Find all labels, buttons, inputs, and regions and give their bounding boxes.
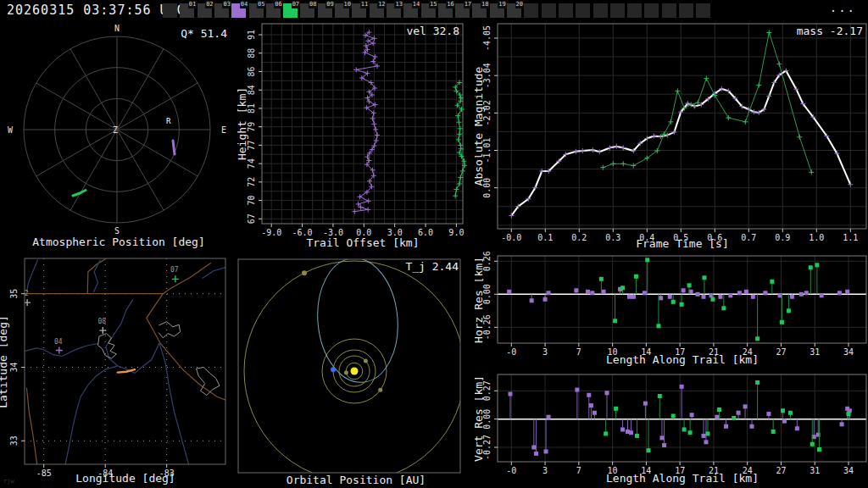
overflow-menu-button[interactable]: ... — [830, 1, 856, 14]
compass-east: E — [221, 125, 226, 135]
frame-thumbnail-blank-31[interactable] — [696, 3, 710, 18]
series-site-2 — [599, 258, 820, 341]
svg-text:91: 91 — [247, 30, 256, 40]
svg-text:1.0: 1.0 — [809, 233, 824, 242]
frame-thumbnail-blank-22[interactable] — [542, 3, 556, 18]
series-site-1 — [352, 30, 380, 214]
vert-res-plot-area: -0371014172124273134-0.270.000.27 — [482, 374, 866, 475]
horz-ylabel: Horz Res [km] — [475, 257, 485, 343]
svg-text:31: 31 — [810, 466, 820, 475]
frame-thumbnail-12[interactable]: 12 — [370, 3, 384, 18]
frame-thumbnail-07[interactable]: 07 — [283, 3, 298, 18]
map-xlabel: Longitude [deg] — [75, 472, 175, 485]
meteoroid-orbit — [313, 255, 403, 386]
panel-orbital: T_j 2.44 Orbital Position [AU] — [237, 252, 475, 488]
frame-thumbnail-16[interactable]: 16 — [438, 3, 453, 18]
svg-text:33: 33 — [9, 435, 19, 446]
horz-res-plot-area: -0371014172124273134-0.260.000.26 — [482, 252, 866, 357]
vert-ylabel: Vert Res [km] — [475, 375, 485, 462]
frame-thumbnail-blank-0[interactable] — [163, 3, 177, 18]
frame-thumbnail-blank-24[interactable] — [576, 3, 590, 18]
svg-text:-0: -0 — [506, 347, 516, 357]
svg-text:08: 08 — [97, 318, 106, 325]
planet-jupiter — [302, 270, 307, 275]
svg-text:0.3: 0.3 — [605, 233, 620, 242]
frame-thumbnail-17[interactable]: 17 — [455, 3, 470, 18]
frame-thumbnail-19[interactable]: 19 — [490, 3, 504, 18]
velocity-value: vel 32.8 — [406, 25, 459, 37]
river — [65, 366, 118, 464]
series-site-2 — [600, 30, 814, 175]
station-04: 04 — [54, 338, 63, 354]
frame-thumbnail-10[interactable]: 10 — [335, 3, 349, 18]
station-07: 07 — [170, 266, 179, 282]
vert-res-plot: -0371014172124273134-0.270.000.27 Length… — [475, 369, 868, 488]
svg-text:0.2: 0.2 — [571, 233, 587, 242]
svg-text:34: 34 — [843, 347, 854, 357]
svg-text:34: 34 — [843, 466, 854, 475]
frame-thumbnail-08[interactable]: 08 — [300, 3, 314, 18]
svg-text:88: 88 — [247, 48, 256, 58]
map-features: 2040708 — [24, 258, 228, 465]
magnitude-plot: -0.00.10.20.30.40.50.60.70.91.01.10.00-1… — [475, 20, 868, 252]
trail-xlabel: Trail Offset [km] — [306, 236, 419, 249]
planet-earth — [331, 367, 336, 372]
svg-text:-4.05: -4.05 — [482, 25, 492, 51]
frame-thumbnail-blank-23[interactable] — [559, 3, 573, 18]
panel-map: 2040708-85-84-83333435 Longitude [deg] L… — [0, 252, 237, 488]
planet-mercury — [344, 370, 348, 374]
panel-vert-res: -0371014172124273134-0.270.000.27 Length… — [475, 369, 868, 488]
radiant-label: R — [166, 117, 171, 125]
frame-thumbnail-18[interactable]: 18 — [472, 3, 487, 18]
series-site-2 — [453, 80, 467, 198]
magnitude-xlabel: Frame Time [s] — [636, 237, 729, 250]
frame-thumbnail-04[interactable]: 04 — [231, 3, 246, 18]
frame-thumbnail-06[interactable]: 06 — [266, 3, 281, 18]
frame-thumbnail-blank-27[interactable] — [627, 3, 642, 18]
frame-thumbnail-20[interactable]: 20 — [507, 3, 521, 18]
gridlines — [262, 24, 463, 224]
frame-thumbnail-11[interactable]: 11 — [352, 3, 366, 18]
urban-outline — [98, 334, 117, 359]
frame-thumbnail-blank-21[interactable] — [524, 3, 538, 18]
svg-text:-0.0: -0.0 — [501, 233, 521, 242]
planet-venus — [364, 358, 368, 363]
svg-text:7: 7 — [576, 466, 581, 475]
ground-map-plot: 2040708-85-84-83333435 Longitude [deg] L… — [0, 252, 237, 488]
trail-plot-area: -9.0-6.0-3.00.03.06.09.06770727477798184… — [247, 24, 467, 237]
timestamp: 20260315 03:37:56 UTC — [7, 3, 186, 18]
frame-thumbnail-13[interactable]: 13 — [387, 3, 401, 18]
frame-thumbnail-15[interactable]: 15 — [421, 3, 436, 18]
frame-thumbnail-01[interactable]: 01 — [180, 3, 194, 18]
panel-magnitude: -0.00.10.20.30.40.50.60.70.91.01.10.00-1… — [475, 20, 868, 252]
atmospheric-plot: Q* 51.4 N S E W Z R Atmospheric Position… — [0, 20, 237, 252]
frame-thumbnail-05[interactable]: 05 — [249, 3, 264, 18]
svg-text:04: 04 — [54, 338, 63, 346]
svg-text:-9.0: -9.0 — [261, 228, 281, 237]
svg-text:35: 35 — [9, 289, 19, 299]
svg-text:72: 72 — [247, 177, 256, 187]
svg-text:86: 86 — [247, 66, 256, 76]
frame-thumbnail-14[interactable]: 14 — [403, 3, 418, 18]
river — [203, 267, 229, 279]
svg-text:9.0: 9.0 — [448, 228, 464, 237]
frame-thumbnail-blank-29[interactable] — [662, 3, 676, 18]
orbital-diagram — [238, 255, 465, 481]
panel-trail: -9.0-6.0-3.00.03.06.09.06770727477798184… — [237, 20, 475, 252]
top-bar: 20260315 03:37:56 UTC 010203040506070809… — [0, 0, 868, 20]
frame-thumbnail-09[interactable]: 09 — [318, 3, 332, 18]
zenith-label: Z — [113, 125, 118, 135]
frame-thumbnail-blank-30[interactable] — [679, 3, 693, 18]
urban-outline — [197, 368, 220, 396]
horz-xlabel: Length Along Trail [km] — [606, 353, 759, 366]
frame-thumbnail-03[interactable]: 03 — [214, 3, 229, 18]
planet-mars — [378, 388, 382, 392]
svg-text:70: 70 — [247, 196, 256, 206]
panel-atmospheric: Q* 51.4 N S E W Z R Atmospheric Position… — [0, 20, 237, 252]
frame-thumbnail-02[interactable]: 02 — [198, 3, 212, 18]
frame-thumbnail-blank-28[interactable] — [644, 3, 659, 18]
panel-horz-res: -0371014172124273134-0.260.000.26 Length… — [475, 252, 868, 369]
frame-thumbnail-blank-25[interactable] — [593, 3, 608, 18]
frame-thumbnail-blank-26[interactable] — [610, 3, 625, 18]
svg-text:31: 31 — [810, 347, 820, 357]
